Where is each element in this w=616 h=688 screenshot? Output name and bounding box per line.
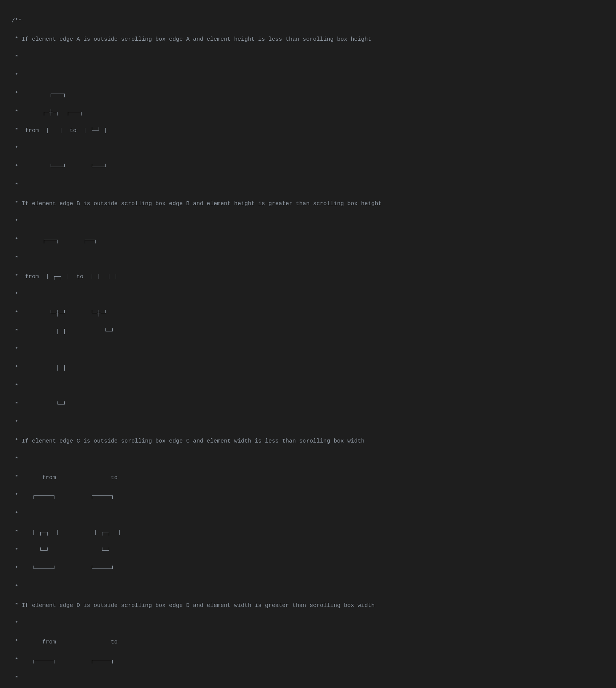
comment-line-12: * [11,620,605,629]
ascii-art-c4: * | ┌─┐ | | ┌─┐ | [11,528,605,537]
comment-line-4: * [11,181,605,190]
ascii-art-b7: * [11,346,605,355]
ascii-art-a4: * [11,145,605,154]
ascii-art-b4: * [11,291,605,300]
ascii-art-b8: * | | [11,364,605,373]
ascii-art-d2: * ┌─────┐ ┌─────┐ [11,656,605,665]
comment-line-6: * [11,218,605,227]
comment-line-1: * If element edge A is outside scrolling… [11,35,605,44]
code-container: /** * If element edge A is outside scrol… [11,8,605,688]
ascii-art-a2: * ┌─┼─┐ ┌───┐ [11,108,605,117]
comment-line-2: * [11,53,605,62]
ascii-art-b6: * | | └─┘ [11,327,605,336]
comment-line-7: * [11,419,605,428]
comment-line-8: * If element edge C is outside scrolling… [11,437,605,446]
ascii-art-c1: * from to [11,473,605,483]
ascii-art-a1: * ┌───┐ [11,90,605,99]
ascii-art-a5: * └───┘ └───┘ [11,163,605,172]
comment-line-9: * [11,455,605,464]
ascii-art-a3: * from | | to | └─┘ | [11,126,605,135]
comment-line-11: * If element edge D is outside scrolling… [11,601,605,610]
ascii-art-b3: * from | ┌─┐ | to | | | | [11,272,605,282]
comment-line-5: * If element edge B is outside scrolling… [11,199,605,209]
ascii-art-b2: * [11,254,605,263]
comment-line-10: * [11,583,605,592]
ascii-art-d1: * from to [11,638,605,647]
ascii-art-b10: * └─┘ [11,400,605,409]
ascii-art-c6: * └─────┘ └─────┘ [11,565,605,574]
ascii-art-b5: * └─┼─┘ └─┼─┘ [11,309,605,318]
ascii-art-b9: * [11,382,605,391]
ascii-art-c3: * [11,510,605,519]
comment-line-3: * [11,72,605,81]
comment-open: /** [11,17,605,26]
ascii-art-c5: * └─┘ └─┘ [11,546,605,556]
ascii-art-b1: * ┌───┐ ┌──┐ [11,236,605,245]
ascii-art-d3: * [11,674,605,683]
ascii-art-c2: * ┌─────┐ ┌─────┐ [11,492,605,501]
